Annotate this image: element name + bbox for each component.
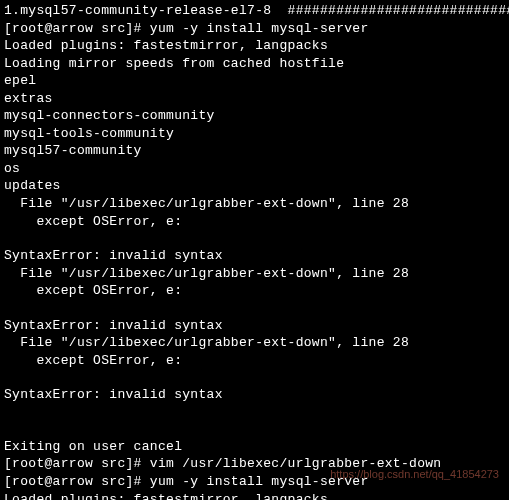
line-cutoff: 1.mysql57-community-release-el7-8 ######… (4, 2, 505, 20)
watermark-text: https://blog.csdn.net/qq_41854273 (330, 467, 499, 482)
line-loading-mirror: Loading mirror speeds from cached hostfi… (4, 55, 505, 73)
line-file-3: File "/usr/libexec/urlgrabber-ext-down",… (4, 334, 505, 352)
line-syntaxerror-2: SyntaxError: invalid syntax (4, 317, 505, 335)
blank-4 (4, 404, 505, 421)
line-mysql57: mysql57-community (4, 142, 505, 160)
line-syntaxerror-1: SyntaxError: invalid syntax (4, 247, 505, 265)
blank-5 (4, 421, 505, 438)
line-loaded-plugins-2: Loaded plugins: fastestmirror, langpacks (4, 491, 505, 500)
line-os: os (4, 160, 505, 178)
line-exiting: Exiting on user cancel (4, 438, 505, 456)
blank-3 (4, 369, 505, 386)
blank-1 (4, 230, 505, 247)
line-tools: mysql-tools-community (4, 125, 505, 143)
line-epel: epel (4, 72, 505, 90)
line-except-1: except OSError, e: (4, 213, 505, 231)
line-extras: extras (4, 90, 505, 108)
line-updates: updates (4, 177, 505, 195)
line-file-2: File "/usr/libexec/urlgrabber-ext-down",… (4, 265, 505, 283)
blank-2 (4, 300, 505, 317)
line-except-3: except OSError, e: (4, 352, 505, 370)
line-loaded-plugins: Loaded plugins: fastestmirror, langpacks (4, 37, 505, 55)
line-except-2: except OSError, e: (4, 282, 505, 300)
line-file-1: File "/usr/libexec/urlgrabber-ext-down",… (4, 195, 505, 213)
line-connectors: mysql-connectors-community (4, 107, 505, 125)
prompt-yum-install-1: [root@arrow src]# yum -y install mysql-s… (4, 20, 505, 38)
line-syntaxerror-3: SyntaxError: invalid syntax (4, 386, 505, 404)
